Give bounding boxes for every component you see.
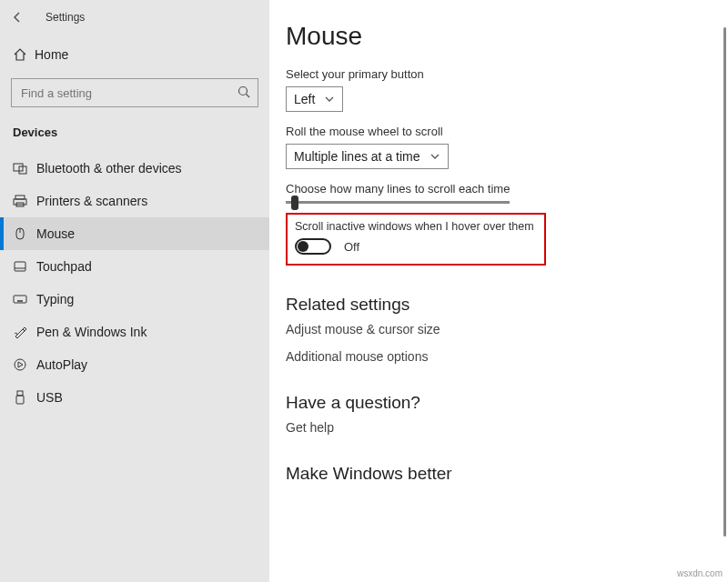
chevron-down-icon: [324, 94, 335, 105]
sidebar-item-label: USB: [36, 390, 63, 405]
make-better-heading: Make Windows better: [286, 464, 706, 484]
search-container: [11, 78, 258, 107]
question-heading: Have a question?: [286, 393, 706, 413]
svg-rect-3: [15, 196, 25, 199]
svg-rect-8: [15, 262, 25, 271]
printer-icon: [13, 194, 36, 208]
page-title: Mouse: [286, 22, 706, 51]
lines-slider[interactable]: [286, 201, 510, 204]
primary-button-select[interactable]: Left: [286, 86, 343, 112]
related-heading: Related settings: [286, 295, 706, 315]
pen-icon: [13, 325, 36, 339]
inactive-scroll-toggle[interactable]: [295, 238, 331, 255]
group-title: Devices: [0, 120, 269, 152]
highlight-box: Scroll inactive windows when I hover ove…: [286, 213, 546, 266]
sidebar-item-label: Mouse: [36, 226, 75, 241]
svg-rect-4: [14, 199, 26, 205]
scrollbar[interactable]: [723, 27, 726, 537]
sidebar-item-pen[interactable]: Pen & Windows Ink: [0, 316, 269, 348]
wheel-scroll-value: Multiple lines at a time: [294, 149, 420, 164]
inactive-scroll-label: Scroll inactive windows when I hover ove…: [295, 220, 537, 233]
chevron-down-icon: [430, 151, 440, 162]
svg-rect-10: [14, 296, 26, 303]
titlebar: Settings: [0, 5, 269, 36]
autoplay-icon: [13, 357, 36, 372]
sidebar-item-autoplay[interactable]: AutoPlay: [0, 348, 269, 381]
home-label: Home: [35, 47, 68, 62]
sidebar-item-label: Printers & scanners: [36, 194, 147, 208]
sidebar-item-usb[interactable]: USB: [0, 381, 269, 414]
sidebar-item-label: Touchpad: [36, 259, 92, 274]
back-button[interactable]: [9, 11, 25, 24]
bluetooth-devices-icon: [13, 161, 36, 176]
slider-thumb[interactable]: [291, 196, 298, 210]
inactive-scroll-toggle-row: Off: [295, 238, 537, 255]
wheel-scroll-select[interactable]: Multiple lines at a time: [286, 144, 449, 169]
lines-label: Choose how many lines to scroll each tim…: [286, 182, 706, 196]
main-content: Mouse Select your primary button Left Ro…: [269, 0, 728, 582]
home-icon: [13, 47, 35, 62]
sidebar-item-label: Pen & Windows Ink: [36, 325, 147, 339]
sidebar: Settings Home Devices Bluetooth & other …: [0, 0, 269, 582]
toggle-knob: [298, 241, 308, 252]
svg-point-0: [239, 87, 248, 95]
mouse-icon: [13, 226, 36, 241]
sidebar-item-bluetooth-devices[interactable]: Bluetooth & other devices: [0, 152, 269, 185]
wheel-scroll-label: Roll the mouse wheel to scroll: [286, 125, 706, 138]
link-adjust-cursor[interactable]: Adjust mouse & cursor size: [286, 322, 706, 336]
svg-rect-17: [16, 396, 24, 404]
touchpad-icon: [13, 259, 36, 274]
svg-rect-1: [14, 164, 23, 171]
toggle-state: Off: [344, 240, 359, 254]
link-get-help[interactable]: Get help: [286, 420, 706, 435]
sidebar-item-mouse[interactable]: Mouse: [0, 217, 269, 250]
svg-point-15: [15, 359, 25, 370]
slider-track: [286, 201, 510, 204]
sidebar-item-keyboard[interactable]: Typing: [0, 283, 269, 316]
window-title: Settings: [46, 11, 85, 24]
sidebar-item-touchpad[interactable]: Touchpad: [0, 250, 269, 283]
search-input[interactable]: [11, 78, 258, 107]
watermark: wsxdn.com: [677, 568, 723, 578]
home-nav[interactable]: Home: [0, 40, 269, 69]
nav-list: Bluetooth & other devicesPrinters & scan…: [0, 152, 269, 414]
svg-rect-16: [17, 391, 23, 396]
link-additional-mouse[interactable]: Additional mouse options: [286, 349, 706, 364]
sidebar-item-label: Bluetooth & other devices: [36, 161, 182, 176]
sidebar-item-label: AutoPlay: [36, 357, 87, 372]
keyboard-icon: [13, 292, 36, 306]
primary-button-label: Select your primary button: [286, 67, 706, 81]
sidebar-item-printer[interactable]: Printers & scanners: [0, 185, 269, 217]
search-icon[interactable]: [237, 85, 251, 99]
usb-icon: [13, 390, 36, 405]
sidebar-item-label: Typing: [36, 292, 74, 306]
primary-button-value: Left: [294, 92, 315, 106]
